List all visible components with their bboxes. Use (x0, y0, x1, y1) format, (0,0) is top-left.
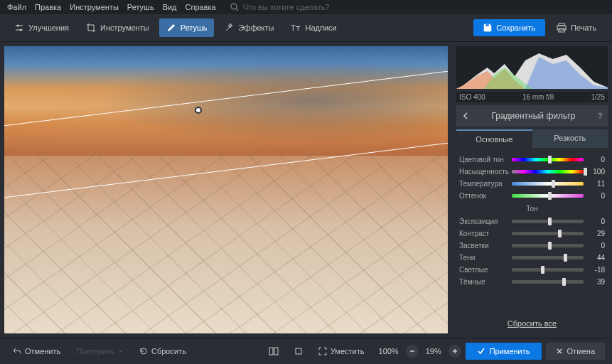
menu-view[interactable]: Вид (163, 3, 177, 11)
slider-highlights: Засветки 0 (458, 240, 606, 252)
svg-rect-11 (274, 348, 278, 355)
slider-whites-thumb[interactable] (541, 266, 544, 274)
slider-hue-thumb[interactable] (548, 156, 552, 164)
slider-sat-track[interactable] (512, 170, 584, 173)
canvas[interactable] (4, 46, 448, 333)
slider-whites-value: -18 (588, 266, 605, 274)
crop-view-button[interactable] (289, 344, 308, 358)
sidebar: ISO 400 16 mm f/8 1/25 Градиентный фильт… (452, 42, 612, 338)
slider-contrast-thumb[interactable] (558, 230, 562, 237)
check-icon (477, 347, 485, 355)
subtab-sharp[interactable]: Резкость (532, 129, 608, 148)
slider-blacks: Тёмные 39 (458, 276, 606, 288)
slider-temp: Температура 11 (458, 178, 606, 190)
slider-tint-thumb[interactable] (548, 192, 552, 200)
slider-hue-track[interactable] (512, 158, 584, 161)
svg-text:Tᴛ: Tᴛ (291, 23, 301, 32)
save-button[interactable]: Сохранить (473, 19, 545, 36)
slider-expo-track[interactable] (512, 220, 584, 223)
menu-help[interactable]: Справка (186, 3, 216, 11)
search-icon (230, 3, 239, 11)
slider-contrast-track[interactable] (512, 232, 584, 235)
slider-whites-label: Светлые (459, 266, 508, 274)
menu-retouch[interactable]: Ретушь (127, 3, 154, 11)
tab-effects[interactable]: Эффекты (217, 18, 281, 37)
slider-highlights-thumb[interactable] (548, 242, 552, 250)
meta-iso: ISO 400 (459, 93, 485, 101)
histogram[interactable] (456, 46, 608, 89)
tab-captions-label: Надписи (305, 23, 336, 32)
slider-temp-thumb[interactable] (552, 180, 555, 188)
help-icon[interactable]: ? (598, 112, 602, 120)
zoom-out-button[interactable] (406, 345, 419, 358)
menu-tools[interactable]: Инструменты (70, 3, 119, 11)
slider-contrast: Контраст 29 (458, 228, 606, 240)
compare-icon (269, 347, 279, 355)
slider-temp-value: 11 (588, 180, 605, 188)
cancel-label: Отмена (567, 347, 595, 355)
subtab-basic[interactable]: Основные (456, 129, 532, 148)
apply-button[interactable]: Применить (466, 343, 542, 360)
slider-tint-track[interactable] (512, 194, 584, 198)
bottombar: Отменить Повторить Сбросить Уместить 100… (0, 338, 612, 364)
svg-point-5 (20, 29, 22, 31)
cancel-button[interactable]: Отмена (546, 343, 605, 360)
svg-point-4 (17, 25, 19, 27)
tab-retouch[interactable]: Ретушь (159, 18, 215, 37)
slider-tint-value: 0 (588, 192, 605, 200)
slider-shadows-thumb[interactable] (564, 254, 567, 262)
slider-shadows: Тени 44 (458, 252, 606, 264)
zoom-current[interactable]: 19% (422, 347, 446, 355)
undo-label: Отменить (25, 347, 60, 355)
crop-view-icon (294, 347, 303, 355)
svg-point-0 (231, 4, 237, 9)
fit-button[interactable]: Уместить (313, 344, 370, 358)
slider-temp-track[interactable] (512, 182, 584, 186)
slider-whites-track[interactable] (512, 268, 584, 272)
canvas-image (4, 46, 448, 333)
save-icon (483, 23, 492, 32)
slider-blacks-thumb[interactable] (562, 278, 566, 286)
slider-tint-label: Оттенок (459, 192, 508, 200)
zoom-in-button[interactable] (449, 345, 461, 358)
search-area[interactable]: Что вы хотите сделать? (230, 3, 330, 11)
tab-tools-label: Инструменты (100, 23, 149, 32)
zoom-100[interactable]: 100% (375, 347, 403, 355)
slider-shadows-track[interactable] (512, 256, 584, 259)
undo-button[interactable]: Отменить (7, 344, 66, 358)
menu-edit[interactable]: Правка (35, 3, 61, 11)
reset-icon (139, 347, 148, 355)
slider-blacks-track[interactable] (512, 280, 584, 284)
print-label: Печать (571, 23, 596, 32)
slider-sat-thumb[interactable] (584, 168, 587, 176)
svg-rect-12 (296, 348, 301, 354)
tab-enhance[interactable]: Улучшения (7, 18, 76, 37)
slider-shadows-label: Тени (459, 254, 508, 262)
print-button[interactable]: Печать (548, 18, 605, 37)
redo-button[interactable]: Повторить (70, 344, 129, 358)
reset-button[interactable]: Сбросить (134, 344, 192, 358)
fit-label: Уместить (331, 347, 365, 355)
slider-tint: Оттенок 0 (458, 190, 606, 202)
svg-rect-10 (269, 348, 273, 355)
slider-expo-thumb[interactable] (548, 218, 552, 225)
reset-all-link[interactable]: Сбросить все (456, 314, 608, 333)
tab-captions[interactable]: Tᴛ Надписи (284, 18, 343, 37)
tab-tools[interactable]: Инструменты (79, 18, 156, 37)
back-icon[interactable] (462, 112, 469, 119)
slider-highlights-track[interactable] (512, 244, 584, 247)
slider-hue: Цветовой тон 0 (458, 154, 606, 166)
slider-expo-label: Экспозиция (459, 218, 508, 225)
compare-button[interactable] (263, 344, 284, 358)
redo-label: Повторить (76, 347, 114, 355)
print-icon (557, 23, 567, 33)
save-label: Сохранить (496, 23, 535, 32)
tab-effects-label: Эффекты (238, 23, 274, 32)
slider-shadows-value: 44 (588, 254, 605, 262)
panel-title: Градиентный фильтр (469, 111, 598, 121)
slider-sat-value: 100 (588, 168, 605, 176)
toolbar: Улучшения Инструменты Ретушь Эффекты Tᴛ … (0, 14, 612, 42)
slider-whites: Светлые -18 (458, 264, 606, 276)
slider-sat: Насыщенность 100 (458, 166, 606, 178)
menu-file[interactable]: Файл (7, 3, 26, 11)
